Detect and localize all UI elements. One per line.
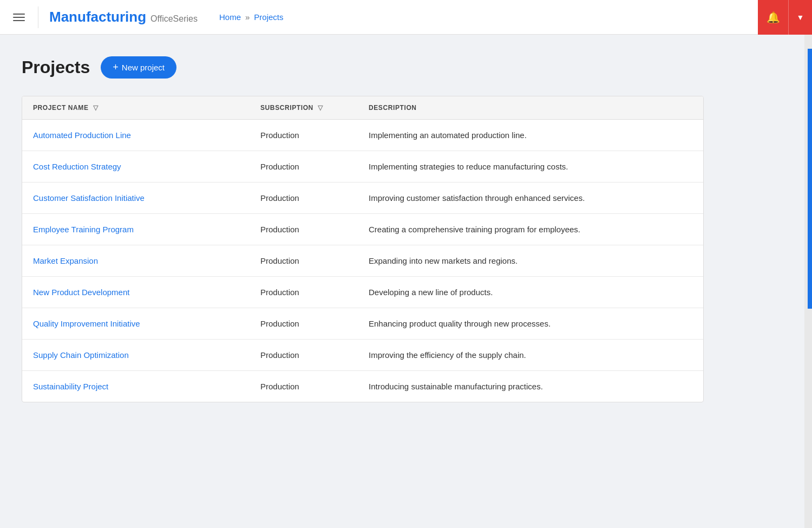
column-header-description: DESCRIPTION [358,96,703,120]
plus-icon: + [113,62,119,73]
table-header: PROJECT NAME ▽ SUBSCRIPTION ▽ DESCRIPTIO… [22,96,703,120]
project-name-link[interactable]: Sustainability Project [33,382,108,391]
table-row: Employee Training ProgramProductionCreat… [22,214,703,245]
filter-icon-subscription[interactable]: ▽ [318,104,323,112]
page-header: Projects + New project [22,56,790,79]
scrollbar-track[interactable] [804,0,812,528]
subscription-cell: Production [250,371,358,402]
new-project-button[interactable]: + New project [101,56,176,79]
nav-home-link[interactable]: Home [219,12,241,22]
header-divider [38,6,38,28]
column-header-subscription: SUBSCRIPTION ▽ [250,96,358,120]
project-name-cell: Quality Improvement Initiative [22,308,250,340]
project-name-cell: Customer Satisfaction Initiative [22,182,250,214]
project-name-link[interactable]: Automated Production Line [33,131,131,140]
header-actions: 🔔 ▼ [758,0,812,35]
subscription-cell: Production [250,245,358,277]
project-name-cell: Market Expansion [22,245,250,277]
projects-table: PROJECT NAME ▽ SUBSCRIPTION ▽ DESCRIPTIO… [22,96,703,402]
nav-separator: » [245,12,250,22]
column-label-subscription: SUBSCRIPTION [260,104,313,112]
projects-table-container: PROJECT NAME ▽ SUBSCRIPTION ▽ DESCRIPTIO… [22,96,704,402]
project-name-cell: Supply Chain Optimization [22,340,250,371]
new-project-label: New project [122,63,165,72]
brand-name: Manufacturing [49,9,146,25]
description-cell: Creating a comprehensive training progra… [358,214,703,245]
brand: Manufacturing OfficeSeries [49,9,198,25]
description-cell: Introducing sustainable manufacturing pr… [358,371,703,402]
project-name-link[interactable]: Customer Satisfaction Initiative [33,193,145,203]
main-content: Projects + New project PROJECT NAME ▽ [0,35,812,424]
subscription-cell: Production [250,340,358,371]
chevron-down-icon: ▼ [797,13,804,22]
description-cell: Implementing strategies to reduce manufa… [358,151,703,182]
project-name-link[interactable]: Market Expansion [33,256,98,265]
project-name-link[interactable]: New Product Development [33,288,129,297]
table-row: Sustainability ProjectProductionIntroduc… [22,371,703,402]
project-name-cell: Employee Training Program [22,214,250,245]
bell-icon: 🔔 [767,11,780,24]
project-name-cell: New Product Development [22,277,250,308]
table-row: Quality Improvement InitiativeProduction… [22,308,703,340]
brand-sub: OfficeSeries [150,14,198,24]
description-cell: Expanding into new markets and regions. [358,245,703,277]
description-cell: Implementing an automated production lin… [358,120,703,151]
project-name-link[interactable]: Employee Training Program [33,225,134,234]
subscription-cell: Production [250,214,358,245]
table-row: Supply Chain OptimizationProductionImpro… [22,340,703,371]
subscription-cell: Production [250,182,358,214]
project-name-cell: Cost Reduction Strategy [22,151,250,182]
description-cell: Developing a new line of products. [358,277,703,308]
project-name-cell: Automated Production Line [22,120,250,151]
menu-icon[interactable] [9,9,29,25]
breadcrumb: Home » Projects [219,12,284,22]
description-cell: Improving the efficiency of the supply c… [358,340,703,371]
description-cell: Enhancing product quality through new pr… [358,308,703,340]
subscription-cell: Production [250,277,358,308]
project-name-link[interactable]: Supply Chain Optimization [33,350,129,360]
project-name-cell: Sustainability Project [22,371,250,402]
project-name-link[interactable]: Cost Reduction Strategy [33,162,121,171]
project-name-link[interactable]: Quality Improvement Initiative [33,319,140,328]
user-dropdown-button[interactable]: ▼ [788,0,812,35]
table-row: Market ExpansionProductionExpanding into… [22,245,703,277]
page-title: Projects [22,57,90,77]
app-header: Manufacturing OfficeSeries Home » Projec… [0,0,812,35]
filter-icon-project[interactable]: ▽ [93,104,99,112]
table-row: New Product DevelopmentProductionDevelop… [22,277,703,308]
column-label-project-name: PROJECT NAME [33,104,89,112]
subscription-cell: Production [250,151,358,182]
table-row: Automated Production LineProductionImple… [22,120,703,151]
table-row: Cost Reduction StrategyProductionImpleme… [22,151,703,182]
description-cell: Improving customer satisfaction through … [358,182,703,214]
table-body: Automated Production LineProductionImple… [22,120,703,402]
subscription-cell: Production [250,308,358,340]
subscription-cell: Production [250,120,358,151]
nav-current-page: Projects [254,12,283,22]
column-label-description: DESCRIPTION [369,104,417,112]
scrollbar-thumb[interactable] [808,49,812,309]
table-row: Customer Satisfaction InitiativeProducti… [22,182,703,214]
notification-bell-button[interactable]: 🔔 [758,0,788,35]
column-header-project-name: PROJECT NAME ▽ [22,96,250,120]
